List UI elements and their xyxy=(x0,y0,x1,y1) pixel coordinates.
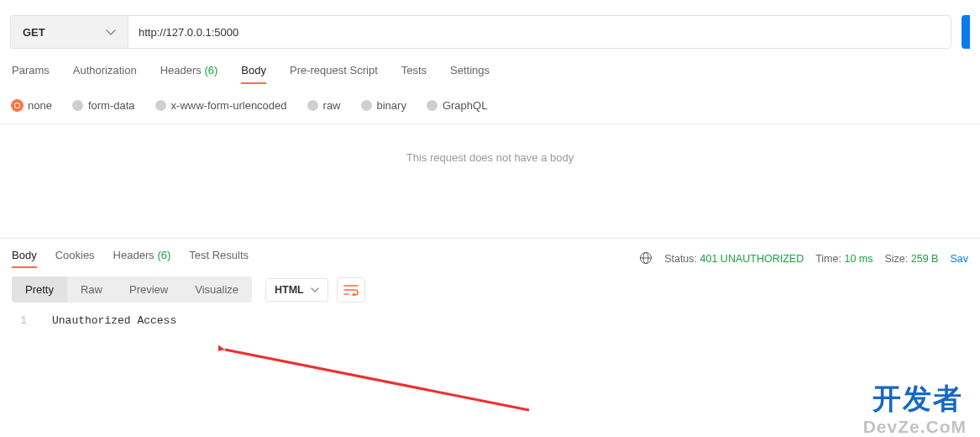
globe-icon[interactable] xyxy=(639,251,652,267)
time-value: 10 ms xyxy=(844,253,873,265)
radio-icon xyxy=(155,100,166,111)
radio-icon xyxy=(72,100,83,111)
view-pretty[interactable]: Pretty xyxy=(12,276,67,303)
status-value: 401 UNAUTHORIZED xyxy=(700,253,804,265)
tab-headers[interactable]: Headers (6) xyxy=(160,64,218,83)
tab-settings[interactable]: Settings xyxy=(450,64,490,83)
status-label: Status: xyxy=(664,253,697,265)
url-input[interactable]: http://127.0.0.1:5000 xyxy=(128,15,951,49)
resp-tab-headers[interactable]: Headers (6) xyxy=(113,249,171,268)
body-type-label: GraphQL xyxy=(443,99,487,112)
body-type-label: none xyxy=(28,99,52,112)
response-language-select[interactable]: HTML xyxy=(265,278,328,302)
annotation-arrow xyxy=(218,343,537,419)
watermark-cn: 开发者 xyxy=(873,380,963,419)
time-group: Time: 10 ms xyxy=(815,253,873,265)
chevron-down-icon xyxy=(106,26,116,39)
resp-tab-cookies[interactable]: Cookies xyxy=(55,249,95,268)
size-value: 259 B xyxy=(911,253,939,265)
resp-tab-headers-label: Headers xyxy=(113,249,155,261)
tab-tests[interactable]: Tests xyxy=(401,64,427,83)
response-meta: Status: 401 UNAUTHORIZED Time: 10 ms Siz… xyxy=(639,250,968,266)
body-type-raw[interactable]: raw xyxy=(307,99,341,112)
size-group: Size: 259 B xyxy=(885,253,939,265)
resp-tab-body[interactable]: Body xyxy=(12,249,37,268)
response-header: Body Cookies Headers (6) Test Results St… xyxy=(0,238,980,268)
http-method-value: GET xyxy=(23,26,45,39)
status-group: Status: 401 UNAUTHORIZED xyxy=(664,253,804,265)
response-tabs: Body Cookies Headers (6) Test Results xyxy=(12,249,249,268)
wrap-lines-button[interactable] xyxy=(337,277,365,303)
time-label: Time: xyxy=(815,253,841,265)
resp-tab-headers-count: (6) xyxy=(157,249,170,261)
body-type-label: form-data xyxy=(88,99,135,112)
save-response-button[interactable]: Sav xyxy=(950,253,968,265)
tab-prerequest[interactable]: Pre-request Script xyxy=(290,64,378,83)
request-tabs: Params Authorization Headers (6) Body Pr… xyxy=(0,49,980,91)
radio-icon xyxy=(361,100,372,111)
resp-tab-test-results[interactable]: Test Results xyxy=(189,249,249,268)
tab-authorization[interactable]: Authorization xyxy=(73,64,137,83)
tab-headers-label: Headers xyxy=(160,64,202,76)
response-view-tabs: Pretty Raw Preview Visualize xyxy=(12,276,252,303)
tab-body[interactable]: Body xyxy=(241,64,266,83)
size-label: Size: xyxy=(885,253,909,265)
response-body-area[interactable]: 1 Unauthorized Access xyxy=(0,308,980,327)
svg-line-3 xyxy=(225,350,529,410)
body-type-urlencoded[interactable]: x-www-form-urlencoded xyxy=(155,99,287,112)
tab-headers-count: (6) xyxy=(204,64,217,76)
code-text: Unauthorized Access xyxy=(40,314,176,327)
body-type-label: raw xyxy=(323,99,341,112)
chevron-down-icon xyxy=(311,284,319,296)
watermark-en: DevZe.CoM xyxy=(863,417,967,437)
view-visualize[interactable]: Visualize xyxy=(181,276,252,303)
code-line: 1 Unauthorized Access xyxy=(0,314,980,327)
radio-icon xyxy=(427,100,438,111)
view-preview[interactable]: Preview xyxy=(116,276,181,303)
response-view-bar: Pretty Raw Preview Visualize HTML xyxy=(0,268,980,308)
body-type-graphql[interactable]: GraphQL xyxy=(427,99,487,112)
body-type-label: binary xyxy=(377,99,406,112)
http-method-select[interactable]: GET xyxy=(10,15,128,49)
radio-icon xyxy=(12,100,23,111)
url-value: http://127.0.0.1:5000 xyxy=(139,26,238,39)
wrap-icon xyxy=(343,284,359,296)
body-type-form-data[interactable]: form-data xyxy=(72,99,135,112)
response-language-value: HTML xyxy=(275,284,304,296)
line-number: 1 xyxy=(0,314,40,327)
body-empty-message: This request does not have a body xyxy=(0,124,980,238)
body-type-label: x-www-form-urlencoded xyxy=(171,99,287,112)
body-type-row: none form-data x-www-form-urlencoded raw… xyxy=(0,91,980,124)
radio-icon xyxy=(307,100,318,111)
body-type-binary[interactable]: binary xyxy=(361,99,406,112)
send-button[interactable] xyxy=(962,15,970,49)
body-type-none[interactable]: none xyxy=(12,99,52,112)
tab-params[interactable]: Params xyxy=(12,64,50,83)
view-raw[interactable]: Raw xyxy=(67,276,116,303)
